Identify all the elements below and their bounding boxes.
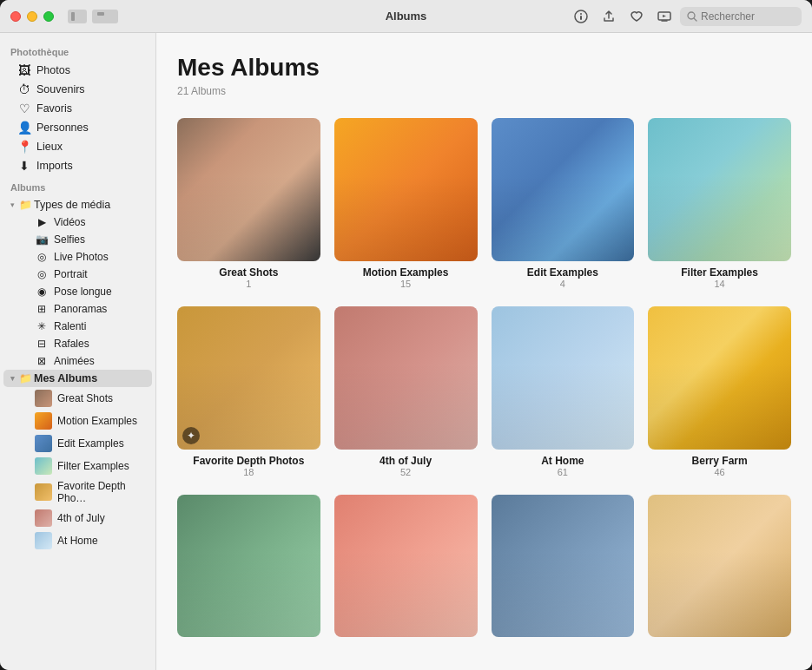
svg-rect-1 [76,12,83,21]
album-item[interactable]: Motion Examples15 [334,118,478,289]
svg-rect-4 [97,17,104,21]
album-thumbnail [648,118,791,261]
album-item[interactable] [492,495,635,643]
sidebar-item-favorite-depth[interactable]: Favorite Depth Pho… [3,477,152,507]
toolbar-right [569,6,802,27]
album-name: Edit Examples [527,266,598,279]
minimize-button[interactable] [27,11,37,22]
album-thumbnail [177,495,320,638]
album-photo-count: 46 [715,467,725,477]
album-name: At Home [541,455,584,467]
sidebar-item-selfies[interactable]: 📷 Selfies [3,231,152,248]
album-item[interactable]: 4th of July52 [334,306,478,477]
album-photo-count: 1 [246,279,251,289]
pose-longue-icon: ◉ [35,286,49,298]
svg-line-12 [694,18,696,21]
photos-icon: 🖼 [17,63,31,77]
album-item[interactable]: Berry Farm46 [648,306,791,477]
album-item[interactable]: Filter Examples14 [648,118,791,289]
sidebar-item-videos[interactable]: ▶ Vidéos [3,213,152,231]
album-item[interactable]: Edit Examples4 [492,118,635,289]
sidebar-item-souvenirs[interactable]: ⏱ Souvenirs [3,80,152,99]
album-name: Great Shots [219,266,278,279]
sidebar-item-rafales[interactable]: ⊟ Rafales [3,335,152,352]
close-button[interactable] [10,11,21,22]
sidebar-item-photos[interactable]: 🖼 Photos [3,61,152,80]
album-item[interactable] [648,495,791,643]
ralenti-icon: ✳ [35,320,49,332]
sidebar-item-favoris[interactable]: ♡ Favoris [3,99,152,118]
sidebar-item-pose-longue[interactable]: ◉ Pose longue [3,283,152,300]
sidebar-section-phototheque: Photothèque [0,40,155,61]
rafales-icon: ⊟ [35,338,49,350]
sidebar-item-types-media[interactable]: ▾ 📁 Types de média [3,196,152,213]
sidebar-item-portrait[interactable]: ◎ Portrait [3,266,152,283]
sidebar-item-mes-albums[interactable]: ▾ 📁 Mes Albums [3,370,152,387]
depth-badge: ✦ [182,427,200,444]
sidebar-item-motion-examples[interactable]: Motion Examples [3,410,152,432]
lieux-icon: 📍 [17,140,31,154]
album-thumbnail [334,118,478,261]
maximize-button[interactable] [43,11,54,22]
sidebar-item-imports[interactable]: ⬇ Imports [3,156,152,175]
svg-rect-5 [106,17,113,21]
svg-rect-2 [97,12,104,16]
great-shots-thumb [35,390,52,407]
album-photo-count: 18 [243,467,254,477]
sidebar-item-personnes[interactable]: 👤 Personnes [3,118,152,137]
view-toggle[interactable] [92,10,118,23]
album-photo-count: 52 [400,467,411,477]
album-thumbnail [492,495,635,638]
albums-grid: Great Shots1Motion Examples15Edit Exampl… [177,118,791,642]
album-item[interactable] [177,495,320,643]
sidebar-item-lieux[interactable]: 📍 Lieux [3,137,152,156]
album-thumbnail: ✦ [177,306,320,450]
traffic-lights [10,11,54,22]
titlebar: Albums [0,0,812,33]
window-controls [68,10,118,23]
filter-thumb [35,457,52,475]
favoris-icon: ♡ [17,102,31,115]
disclosure-mes-albums: ▾ [10,374,15,383]
svg-point-7 [580,13,582,15]
favorite-button[interactable] [624,6,649,27]
selfies-icon: 📷 [35,233,49,246]
album-item[interactable]: Great Shots1 [177,118,320,289]
sidebar-section-albums: Albums [0,175,155,196]
personnes-icon: 👤 [17,121,31,135]
album-item[interactable]: At Home61 [492,306,635,477]
search-box[interactable] [680,7,802,26]
souvenirs-icon: ⏱ [17,82,31,96]
album-name: 4th of July [380,455,432,467]
sidebar-item-live-photos[interactable]: ◎ Live Photos [3,248,152,266]
content-area: Mes Albums 21 Albums Great Shots1Motion … [156,33,812,670]
album-thumbnail [334,306,478,450]
slideshow-button[interactable] [652,6,677,27]
sidebar-item-ralenti[interactable]: ✳ Ralenti [3,318,152,335]
album-photo-count: 14 [715,279,725,289]
album-item[interactable] [334,495,478,643]
album-item[interactable]: ✦Favorite Depth Photos18 [177,306,320,477]
share-button[interactable] [597,6,621,27]
sidebar-item-at-home[interactable]: At Home [3,529,152,552]
sidebar-item-edit-examples[interactable]: Edit Examples [3,432,152,455]
search-input[interactable] [701,10,788,23]
types-media-icon: 📁 [18,199,32,211]
sidebar-item-animees[interactable]: ⊠ Animées [3,352,152,370]
depth-thumb [35,483,52,501]
sidebar-item-great-shots[interactable]: Great Shots [3,387,152,410]
panoramas-icon: ⊞ [35,303,49,315]
album-count: 21 Albums [177,85,791,97]
sidebar-item-4th-july[interactable]: 4th of July [3,507,152,529]
album-thumbnail [648,306,791,450]
info-button[interactable] [569,6,593,27]
sidebar-item-filter-examples[interactable]: Filter Examples [3,455,152,477]
album-thumbnail [492,306,635,450]
sidebar-item-panoramas[interactable]: ⊞ Panoramas [3,300,152,318]
album-photo-count: 15 [400,279,411,289]
sidebar-toggle[interactable] [68,10,87,23]
album-name: Filter Examples [681,266,758,279]
sidebar: Photothèque 🖼 Photos ⏱ Souvenirs ♡ Favor… [0,33,156,670]
album-name: Berry Farm [692,455,748,467]
svg-rect-3 [106,12,113,16]
